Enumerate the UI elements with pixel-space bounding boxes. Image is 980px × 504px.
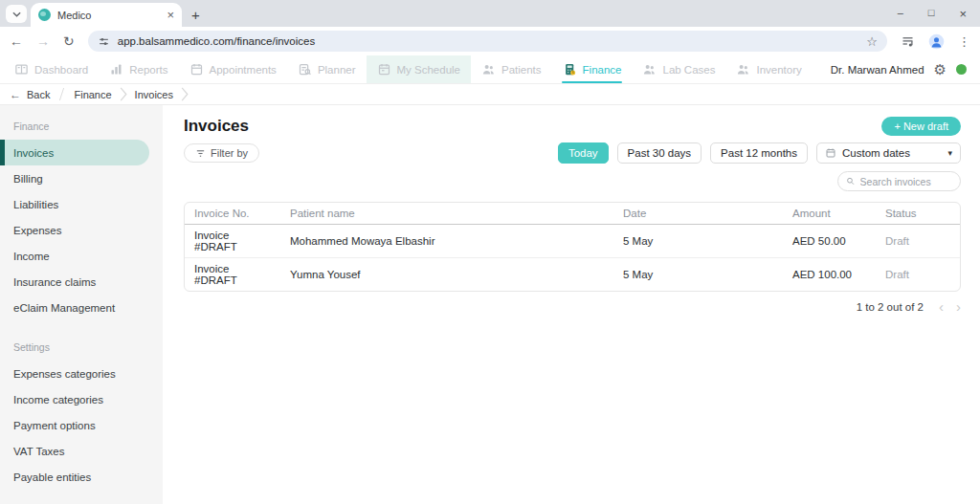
tab-search-button[interactable] [6, 5, 27, 23]
pagination-text: 1 to 2 out of 2 [857, 301, 924, 313]
date-filter-group: Today Past 30 days Past 12 months Custom… [558, 142, 961, 164]
minimize-icon[interactable]: – [898, 7, 903, 21]
cell-patient-name: Yumna Yousef [280, 264, 613, 285]
inventory-icon [736, 62, 750, 77]
nav-item-lab-cases[interactable]: Lab Cases [632, 55, 725, 83]
nav-label: Inventory [756, 64, 801, 76]
column-amount: Amount [783, 203, 876, 224]
search-invoices-box[interactable] [837, 171, 961, 191]
nav-item-appointments[interactable]: Appointments [179, 55, 287, 83]
browser-tab[interactable]: Medico × [31, 3, 182, 27]
date-filter-today[interactable]: Today [558, 142, 609, 164]
cell-invoice-no: Invoice #DRAFT [185, 225, 280, 257]
back-icon[interactable]: ← [10, 34, 23, 48]
my-schedule-icon [377, 62, 391, 77]
status-badge: Draft [876, 264, 960, 285]
bookmark-star-icon[interactable]: ☆ [866, 34, 878, 49]
sidebar-section-settings: Settings [0, 336, 163, 361]
nav-item-my-schedule[interactable]: My Schedule [367, 55, 471, 83]
pagination-prev-icon[interactable]: ‹ [939, 299, 944, 314]
refresh-icon[interactable]: ↻ [63, 34, 75, 48]
patients-icon [481, 62, 496, 77]
sidebar-item-payment-options[interactable]: Payment options [0, 412, 163, 438]
reports-icon [109, 62, 123, 77]
search-input[interactable] [860, 176, 952, 187]
nav-label: Dashboard [34, 64, 88, 76]
date-filter-past-30-days[interactable]: Past 30 days [617, 142, 702, 164]
breadcrumb-item-invoices[interactable]: Invoices [135, 89, 173, 100]
sidebar-item-income-categories[interactable]: Income categories [0, 386, 163, 412]
sidebar-item-liabilities[interactable]: Liabilities [0, 191, 163, 217]
sidebar: Finance Invoices Billing Liabilities Exp… [0, 105, 163, 504]
address-bar[interactable]: app.balsammedico.com/finance/invoices ☆ [88, 31, 887, 52]
browser-menu-icon[interactable]: ⋮ [958, 34, 970, 49]
table-row[interactable]: Invoice #DRAFT Yumna Yousef 5 May AED 10… [185, 258, 960, 291]
breadcrumb-back-button[interactable]: ← Back [10, 88, 50, 101]
nav-item-inventory[interactable]: Inventory [725, 55, 812, 83]
browser-toolbar: ← → ↻ app.balsammedico.com/finance/invoi… [0, 27, 980, 55]
sidebar-item-expenses[interactable]: Expenses [0, 217, 163, 243]
nav-item-patients[interactable]: Patients [471, 55, 552, 83]
nav-item-planner[interactable]: Planner [287, 55, 367, 83]
calendar-icon [825, 147, 836, 159]
sidebar-item-income[interactable]: Income [0, 243, 163, 269]
caret-down-icon: ▾ [947, 148, 952, 158]
sidebar-item-insurance-claims[interactable]: Insurance claims [0, 269, 163, 295]
new-tab-icon[interactable]: + [191, 8, 200, 22]
app-navigation: Dashboard Reports Appointments Planner M… [0, 55, 980, 84]
tab-close-icon[interactable]: × [167, 9, 174, 21]
nav-item-finance[interactable]: $ Finance [552, 55, 633, 83]
site-favicon [38, 9, 51, 21]
nav-item-reports[interactable]: Reports [99, 55, 178, 83]
breadcrumb-item-finance[interactable]: Finance [74, 89, 111, 100]
browser-window: Medico × + – □ × ← → ↻ app.balsammedico.… [0, 0, 980, 504]
nav-label: Lab Cases [662, 64, 715, 76]
custom-dates-dropdown[interactable]: Custom dates ▾ [816, 142, 961, 164]
sidebar-item-payable-entities[interactable]: Payable entities [0, 464, 163, 490]
chevron-right-icon [181, 87, 189, 101]
nav-item-dashboard[interactable]: Dashboard [4, 55, 99, 83]
sidebar-item-invoices[interactable]: Invoices [0, 140, 149, 165]
pagination-next-icon[interactable]: › [956, 299, 961, 314]
sidebar-item-expenses-categories[interactable]: Expenses categories [0, 361, 163, 386]
user-name[interactable]: Dr. Marwan Ahmed [831, 64, 924, 76]
cell-patient-name: Mohammed Mowaya Elbashir [280, 230, 613, 252]
date-filter-past-12-months[interactable]: Past 12 months [710, 142, 808, 164]
cell-date: 5 May [613, 230, 783, 252]
tab-title: Medico [57, 10, 160, 21]
nav-label: Reports [129, 64, 167, 76]
column-invoice-no: Invoice No. [185, 203, 280, 224]
new-draft-button[interactable]: + New draft [881, 117, 961, 136]
forward-icon[interactable]: → [36, 34, 50, 48]
filter-by-label: Filter by [211, 147, 248, 159]
maximize-icon[interactable]: □ [928, 7, 935, 21]
url-text[interactable]: app.balsammedico.com/finance/invoices [118, 35, 859, 47]
site-settings-icon[interactable] [98, 35, 110, 48]
breadcrumb: ← Back Finance Invoices [0, 84, 980, 105]
column-date: Date [613, 203, 783, 224]
online-status-dot [956, 64, 967, 75]
back-label: Back [27, 89, 50, 100]
sidebar-item-billing[interactable]: Billing [0, 165, 163, 191]
column-status: Status [876, 203, 960, 224]
breadcrumb-separator [59, 88, 64, 100]
sidebar-item-vat-taxes[interactable]: VAT Taxes [0, 438, 163, 464]
nav-label: My Schedule [397, 64, 460, 76]
gear-icon[interactable]: ⚙ [934, 62, 947, 77]
close-icon[interactable]: × [959, 7, 967, 21]
profile-avatar-icon[interactable] [928, 33, 945, 50]
column-patient-name: Patient name [280, 203, 613, 224]
sidebar-item-eclaim-management[interactable]: eClaim Management [0, 295, 163, 320]
filter-icon [195, 148, 206, 159]
table-row[interactable]: Invoice #DRAFT Mohammed Mowaya Elbashir … [185, 225, 960, 258]
main-content: Invoices + New draft Filter by Today Pas… [163, 105, 980, 504]
lab-cases-icon [642, 62, 657, 77]
pagination: 1 to 2 out of 2 ‹ › [184, 299, 961, 314]
media-controls-icon[interactable] [901, 34, 915, 49]
table-header-row: Invoice No. Patient name Date Amount Sta… [185, 203, 960, 225]
dashboard-icon [14, 62, 29, 77]
status-badge: Draft [876, 230, 960, 252]
invoices-table: Invoice No. Patient name Date Amount Sta… [184, 202, 961, 292]
filter-by-button[interactable]: Filter by [184, 143, 259, 163]
toolbar-right: ⋮ [901, 33, 970, 50]
